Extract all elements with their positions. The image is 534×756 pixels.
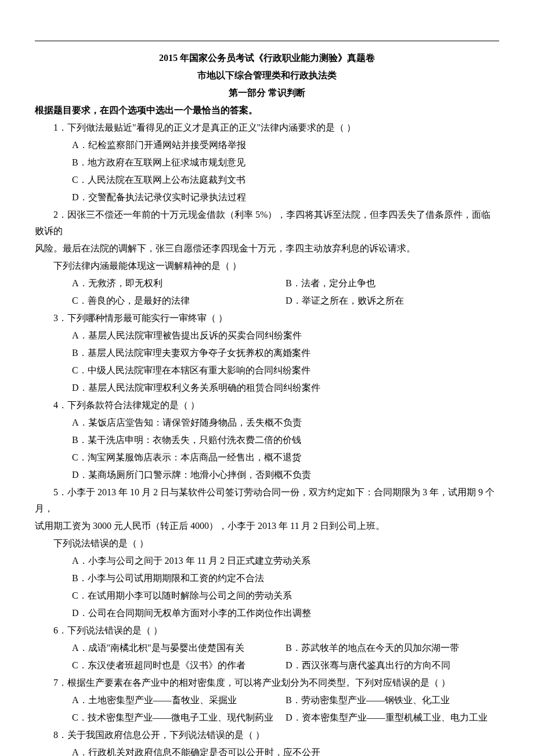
q7-options-row1: A．土地密集型产业——畜牧业、采掘业 B．劳动密集型产业——钢铁业、化工业 (35, 692, 499, 708)
q2-options-row1: A．无救济，即无权利 B．法者，定分止争也 (35, 275, 499, 291)
q5-option-a: A．小李与公司之间于 2013 年 11 月 2 日正式建立劳动关系 (35, 553, 499, 569)
q7-stem: 7．根据生产要素在各产业中的相对密集度，可以将产业划分为不同类型。下列对应错误的… (35, 675, 499, 691)
q5-substem: 下列说法错误的是（ ） (35, 535, 499, 552)
q5-stem-line1: 5．小李于 2013 年 10 月 2 日与某软件公司签订劳动合同一份，双方约定… (35, 484, 499, 517)
top-divider (35, 41, 499, 41)
q7-option-d: D．资本密集型产业——重型机械工业、电力工业 (286, 710, 499, 726)
q2-stem-line1: 2．因张三不偿还一年前的十万元现金借款（利率 5%），李四将其诉至法院，但李四丢… (35, 207, 499, 239)
q7-options-row2: C．技术密集型产业——微电子工业、现代制药业 D．资本密集型产业——重型机械工业… (35, 710, 499, 726)
q2-option-a: A．无救济，即无权利 (72, 275, 286, 291)
q8-option-a: A．行政机关对政府信息不能确定是否可以公开时，应不公开 (35, 744, 499, 756)
q3-option-d: D．基层人民法院审理权利义务关系明确的租赁合同纠纷案件 (35, 380, 499, 396)
q6-options-row2: C．东汉使者班超同时也是《汉书》的作者 D．西汉张骞与唐代鉴真出行的方向不同 (35, 657, 499, 674)
q2-option-b: B．法者，定分止争也 (286, 275, 499, 291)
q2-stem-line2: 风险。最后在法院的调解下，张三自愿偿还李四现金十万元，李四主动放弃利息的诉讼请求… (35, 240, 499, 257)
q5-option-b: B．小李与公司试用期期限和工资的约定不合法 (35, 570, 499, 586)
q2-option-c: C．善良的心，是最好的法律 (72, 293, 286, 309)
q3-stem: 3．下列哪种情形最可能实行一审终审（ ） (35, 310, 499, 326)
q6-option-d: D．西汉张骞与唐代鉴真出行的方向不同 (286, 657, 499, 674)
q1-option-d: D．交警配备执法记录仪实时记录执法过程 (35, 189, 499, 206)
subtitle: 市地以下综合管理类和行政执法类 (35, 67, 499, 84)
q4-option-a: A．某饭店店堂告知：请保管好随身物品，丢失概不负责 (35, 415, 499, 431)
q1-stem: 1．下列做法最贴近"看得见的正义才是真正的正义"法律内涵要求的是（ ） (35, 120, 499, 136)
q4-option-b: B．某干洗店申明：衣物丢失，只赔付洗衣费二倍的价钱 (35, 432, 499, 448)
q7-option-c: C．技术密集型产业——微电子工业、现代制药业 (72, 710, 286, 726)
q2-substem: 下列法律内涵最能体现这一调解精神的是（ ） (35, 258, 499, 274)
q2-options-row2: C．善良的心，是最好的法律 D．举证之所在，败诉之所在 (35, 293, 499, 309)
q1-option-a: A．纪检监察部门开通网站并接受网络举报 (35, 137, 499, 153)
q8-stem: 8．关于我国政府信息公开，下列说法错误的是（ ） (35, 727, 499, 743)
q4-stem: 4．下列条款符合法律规定的是（ ） (35, 397, 499, 413)
q4-option-c: C．淘宝网某服饰店表示：本店商品一经售出，概不退货 (35, 449, 499, 466)
q2-option-d: D．举证之所在，败诉之所在 (286, 293, 499, 309)
q6-options-row1: A．成语"南橘北枳"是与晏婴出使楚国有关 B．苏武牧羊的地点在今天的贝加尔湖一带 (35, 640, 499, 656)
q6-option-b: B．苏武牧羊的地点在今天的贝加尔湖一带 (286, 640, 499, 656)
q6-option-c: C．东汉使者班超同时也是《汉书》的作者 (72, 657, 286, 674)
q5-option-d: D．公司在合同期间无权单方面对小李的工作岗位作出调整 (35, 605, 499, 621)
section-title: 第一部分 常识判断 (35, 85, 499, 101)
q6-option-a: A．成语"南橘北枳"是与晏婴出使楚国有关 (72, 640, 286, 656)
q1-option-c: C．人民法院在互联网上公布法庭裁判文书 (35, 172, 499, 188)
q4-option-d: D．某商场厕所门口警示牌：地滑小心摔倒，否则概不负责 (35, 467, 499, 483)
q3-option-a: A．基层人民法院审理被告提出反诉的买卖合同纠纷案件 (35, 327, 499, 344)
q3-option-b: B．基层人民法院审理夫妻双方争夺子女抚养权的离婚案件 (35, 345, 499, 361)
q3-option-c: C．中级人民法院审理在本辖区有重大影响的合同纠纷案件 (35, 362, 499, 379)
q1-option-b: B．地方政府在互联网上征求城市规划意见 (35, 154, 499, 171)
q5-stem-line2: 试用期工资为 3000 元人民币（转正后 4000），小李于 2013 年 11… (35, 518, 499, 534)
q7-option-a: A．土地密集型产业——畜牧业、采掘业 (72, 692, 286, 708)
q7-option-b: B．劳动密集型产业——钢铁业、化工业 (286, 692, 499, 708)
instruction-text: 根据题目要求，在四个选项中选出一个最恰当的答案。 (35, 102, 499, 118)
q5-option-c: C．在试用期小李可以随时解除与公司之间的劳动关系 (35, 588, 499, 604)
main-title: 2015 年国家公务员考试《行政职业能力测验》真题卷 (35, 50, 499, 66)
q6-stem: 6．下列说法错误的是（ ） (35, 622, 499, 639)
